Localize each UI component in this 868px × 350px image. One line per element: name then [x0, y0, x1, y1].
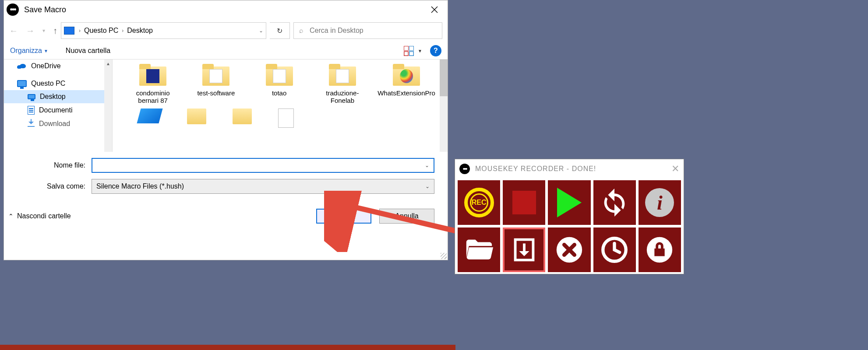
document-icon — [28, 106, 35, 115]
help-button[interactable]: ? — [430, 45, 441, 56]
chevron-icon: › — [79, 28, 81, 34]
lock-button[interactable] — [639, 228, 681, 272]
file-label: totao — [272, 89, 286, 97]
nav-arrows: ← → ▾ ↑ — [9, 26, 57, 36]
bottom-form: Nome file: ⌄ Salva come: Silence Macro F… — [4, 152, 448, 203]
recorder-title: MOUSEKEY RECORDER - DONE! — [475, 165, 671, 173]
new-folder-button[interactable]: Nuova cartella — [66, 47, 110, 55]
lock-icon — [644, 234, 675, 265]
folder-item[interactable]: traduzione-Fonelab — [315, 64, 370, 104]
file-label: traduzione-Fonelab — [315, 89, 370, 104]
toolbar: Organizza ▼ Nuova cartella ▼ ? — [4, 42, 448, 59]
save-download-icon — [509, 234, 540, 265]
saveas-value: Silence Macro Files (*.hush) — [96, 182, 184, 190]
record-button[interactable]: REC — [458, 180, 500, 225]
filename-input[interactable]: ⌄ — [92, 158, 434, 173]
folder-item[interactable]: test-software — [189, 64, 243, 104]
nav-onedrive[interactable]: OneDrive — [4, 60, 112, 73]
file-scrollbar[interactable] — [440, 60, 448, 152]
download-icon — [28, 121, 35, 127]
folder-item[interactable]: condominio bernari 87 — [126, 64, 180, 104]
delete-button[interactable] — [548, 228, 590, 272]
folder-icon — [139, 64, 166, 86]
titlebar: ••• Save Macro — [4, 0, 448, 19]
loop-button[interactable] — [593, 180, 636, 225]
up-button[interactable]: ↑ — [53, 26, 57, 36]
breadcrumb[interactable]: › Questo PC › Desktop ⌄ — [61, 22, 266, 39]
nav-label: OneDrive — [31, 62, 61, 70]
nav-label: Desktop — [40, 93, 66, 101]
organize-label: Organizza — [10, 47, 42, 55]
forward-button[interactable]: → — [26, 26, 35, 36]
hide-folders-toggle[interactable]: ⌃ Nascondi cartelle — [8, 212, 71, 220]
schedule-button[interactable] — [593, 228, 636, 272]
onedrive-icon — [17, 63, 27, 69]
nav-download[interactable]: Download — [4, 117, 112, 130]
play-button[interactable] — [548, 180, 590, 225]
breadcrumb-location[interactable]: Desktop — [127, 27, 153, 35]
cancel-button[interactable]: Annulla — [379, 209, 434, 224]
file-item[interactable] — [233, 108, 252, 124]
nav-label: Questo PC — [31, 80, 65, 88]
nav-label: Download — [39, 120, 70, 128]
organize-menu[interactable]: Organizza ▼ — [10, 47, 48, 55]
filename-label: Nome file: — [17, 161, 92, 169]
back-button[interactable]: ← — [9, 26, 18, 36]
pc-icon — [64, 27, 74, 35]
view-options[interactable]: ▼ — [404, 46, 422, 56]
file-item[interactable] — [278, 108, 294, 128]
nav-scrollbar[interactable]: ▲ — [104, 60, 112, 152]
saveas-select[interactable]: Silence Macro Files (*.hush) ⌄ — [92, 179, 434, 194]
file-item[interactable] — [187, 108, 206, 124]
monitor-icon — [17, 80, 27, 87]
close-button[interactable] — [424, 0, 445, 19]
scroll-up-icon[interactable]: ▲ — [104, 60, 112, 67]
dialog-title: Save Macro — [24, 5, 424, 14]
loop-icon — [599, 187, 630, 218]
nav-pane: OneDrive Questo PC Desktop Documenti Dow… — [4, 60, 113, 152]
recorder-toolbar: REC i — [455, 178, 684, 274]
search-icon: ⌕ — [299, 27, 303, 35]
file-item[interactable] — [137, 108, 162, 123]
nav-label: Documenti — [39, 106, 72, 114]
resize-grip[interactable] — [441, 253, 447, 259]
breadcrumb-dropdown[interactable]: ⌄ — [259, 28, 263, 34]
nav-documents[interactable]: Documenti — [4, 103, 112, 117]
save-button[interactable]: Salva — [316, 209, 371, 224]
saveas-label: Salva come: — [17, 182, 92, 190]
stop-icon — [512, 191, 536, 214]
folder-icon — [329, 64, 356, 86]
folder-open-icon — [464, 234, 494, 265]
search-input[interactable] — [310, 27, 437, 35]
folder-icon — [393, 64, 420, 86]
mousekey-recorder-window: ••• MOUSEKEY RECORDER - DONE! ✕ REC i — [455, 159, 684, 274]
open-button[interactable] — [458, 228, 500, 272]
nav-thispc[interactable]: Questo PC — [4, 77, 112, 90]
search-box[interactable]: ⌕ — [293, 22, 442, 39]
dropdown-icon[interactable]: ⌄ — [425, 162, 429, 168]
nav-row: ← → ▾ ↑ › Questo PC › Desktop ⌄ ↻ ⌕ — [4, 19, 448, 42]
stop-button[interactable] — [503, 180, 545, 225]
folder-item[interactable]: WhatsExtensionPro — [378, 64, 434, 104]
dropdown-history[interactable]: ▾ — [42, 28, 45, 34]
app-icon: ••• — [7, 4, 19, 16]
monitor-icon — [28, 94, 35, 99]
info-icon: i — [645, 188, 674, 217]
save-macro-dialog: ••• Save Macro ← → ▾ ↑ › Questo PC › Des… — [4, 0, 448, 260]
save-macro-button[interactable] — [503, 228, 545, 272]
folder-icon — [202, 64, 229, 86]
info-button[interactable]: i — [639, 180, 681, 225]
recorder-titlebar: ••• MOUSEKEY RECORDER - DONE! ✕ — [455, 159, 684, 178]
dropdown-icon[interactable]: ⌄ — [425, 183, 430, 189]
file-label: test-software — [197, 89, 235, 97]
body-split: OneDrive Questo PC Desktop Documenti Dow… — [4, 59, 448, 152]
recorder-close-button[interactable]: ✕ — [671, 163, 679, 175]
breadcrumb-pc[interactable]: Questo PC — [84, 27, 118, 35]
nav-desktop[interactable]: Desktop — [4, 90, 112, 103]
view-icon — [404, 46, 413, 56]
refresh-button[interactable]: ↻ — [270, 22, 290, 39]
file-label: WhatsExtensionPro — [378, 89, 435, 97]
folder-item[interactable]: totao — [252, 64, 307, 104]
dropdown-icon: ▼ — [44, 49, 48, 53]
cancel-circle-icon — [554, 234, 585, 265]
